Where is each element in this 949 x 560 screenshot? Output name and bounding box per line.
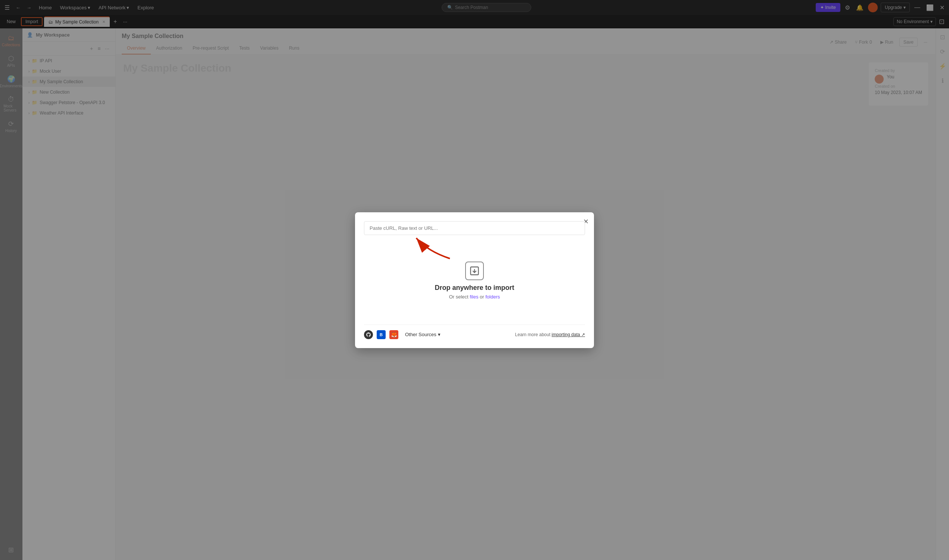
other-sources-button[interactable]: Other Sources ▾ bbox=[402, 330, 444, 339]
bitbucket-source-button[interactable]: B bbox=[377, 330, 386, 339]
importing-data-link[interactable]: importing data ↗ bbox=[552, 332, 585, 337]
learn-more-text: Learn more about importing data ↗ bbox=[515, 332, 585, 337]
modal-sources: B 🦊 Other Sources ▾ bbox=[364, 330, 444, 339]
folders-link[interactable]: folders bbox=[485, 294, 500, 300]
import-modal: ✕ bbox=[355, 212, 594, 348]
modal-input-container bbox=[364, 221, 585, 240]
import-url-input[interactable] bbox=[364, 221, 585, 235]
files-link[interactable]: files bbox=[470, 294, 478, 300]
github-source-button[interactable] bbox=[364, 330, 373, 339]
drop-title: Drop anywhere to import bbox=[434, 284, 514, 292]
modal-overlay: ✕ bbox=[0, 0, 949, 560]
drop-area[interactable]: Drop anywhere to import Or select files … bbox=[364, 240, 585, 322]
drop-icon bbox=[465, 262, 484, 280]
modal-footer: B 🦊 Other Sources ▾ Learn more about imp… bbox=[364, 325, 585, 339]
drop-subtitle: Or select files or folders bbox=[449, 294, 500, 300]
gitlab-source-button[interactable]: 🦊 bbox=[390, 330, 398, 339]
